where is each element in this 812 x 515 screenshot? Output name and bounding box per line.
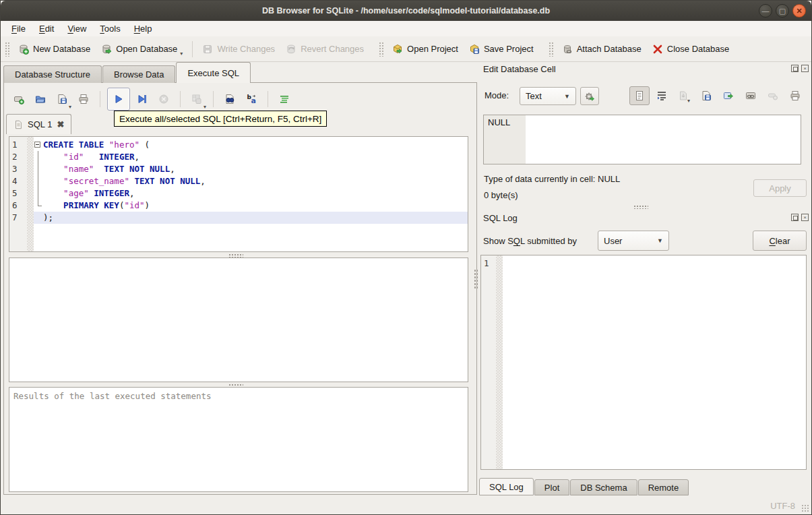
line-number: 5 — [9, 187, 27, 200]
close-sql1-tab-icon[interactable]: ✖ — [57, 120, 64, 129]
menu-edit[interactable]: Edit — [32, 22, 61, 36]
open-project-button[interactable]: Open Project — [387, 40, 464, 58]
export-data-button[interactable] — [696, 86, 716, 105]
toolbar-drag-handle[interactable] — [5, 42, 10, 57]
code-line[interactable]: 1CREATE TABLE "hero" ( — [9, 139, 468, 151]
toolbar-drag-handle[interactable] — [549, 42, 554, 57]
dock-tab-remote[interactable]: Remote — [638, 479, 689, 495]
maximize-button[interactable]: ▢ — [776, 4, 789, 18]
fold-marker[interactable] — [34, 139, 43, 151]
export-icon — [723, 90, 734, 101]
tab-database-structure[interactable]: Database Structure — [3, 65, 102, 83]
code-line[interactable]: 3 "name" TEXT NOT NULL, — [9, 163, 468, 175]
find-replace-button[interactable]: b a — [242, 90, 261, 109]
auto-apply-button[interactable] — [580, 87, 599, 105]
tab-execute-sql[interactable]: Execute SQL — [176, 62, 251, 83]
cell-size-info: 0 byte(s) — [484, 190, 518, 200]
sql-log-filter-label: Show SQL submitted by — [483, 236, 577, 246]
save-project-button[interactable]: Save Project — [464, 40, 539, 58]
encoding-indicator: UTF-8 — [770, 501, 795, 511]
code-line[interactable]: 5 "age" INTEGER, — [9, 187, 468, 200]
sql-log-filter-combobox[interactable]: User ▼ — [598, 231, 669, 251]
find-button[interactable] — [220, 90, 239, 109]
menu-bar: File Edit View Tools Help — [1, 21, 811, 37]
window-title: DB Browser for SQLite - /home/user/code/… — [262, 6, 550, 16]
sql-log-view[interactable]: 1 — [480, 255, 807, 470]
float-dock-icon[interactable] — [791, 65, 799, 72]
auto-format-button[interactable] — [275, 90, 294, 109]
save-sql-file-button[interactable]: ▾ — [53, 90, 71, 109]
close-database-button[interactable]: Close Database — [647, 40, 735, 58]
open-in-external-button[interactable] — [718, 86, 739, 105]
set-null-icon — [768, 90, 778, 101]
save-project-label: Save Project — [484, 44, 534, 54]
clear-log-button[interactable]: Clear — [753, 231, 807, 251]
open-database-button[interactable]: Open Database ▾ — [96, 40, 188, 58]
query-message-pane[interactable] — [9, 258, 468, 382]
sql-log-dock-title: SQL Log — [483, 213, 518, 223]
dock-tab-sql-log[interactable]: SQL Log — [479, 478, 534, 495]
link-icon — [745, 90, 756, 101]
sql-editor-lines: 1CREATE TABLE "hero" (2 "id" INTEGER,3 "… — [9, 139, 468, 224]
mode-label: Mode: — [485, 90, 509, 100]
edit-cell-dock-title: Edit Database Cell — [483, 64, 556, 74]
sql-toolbar: ▾ — [9, 88, 294, 111]
window-controls: — ▢ ✕ — [759, 4, 806, 18]
cell-value-editor[interactable]: NULL — [483, 115, 801, 164]
close-button[interactable]: ✕ — [792, 4, 806, 18]
open-project-icon — [392, 44, 403, 55]
attach-database-button[interactable]: Attach Database — [557, 40, 647, 58]
resize-grip[interactable] — [801, 504, 809, 512]
mode-combobox[interactable]: Text ▼ — [520, 87, 576, 105]
toolbar-drag-handle[interactable] — [379, 42, 384, 57]
sql-editor[interactable]: 1CREATE TABLE "hero" (2 "id" INTEGER,3 "… — [9, 136, 468, 252]
close-dock-icon[interactable]: × — [801, 214, 809, 221]
sql1-tab[interactable]: SQL 1 ✖ — [6, 114, 71, 134]
code-line[interactable]: 7); — [9, 212, 468, 224]
dock-tab-plot[interactable]: Plot — [534, 479, 569, 495]
print-sql-button[interactable] — [74, 90, 93, 109]
save-sql-dropdown-arrow[interactable]: ▾ — [69, 104, 71, 110]
close-dock-icon[interactable]: × — [801, 65, 809, 72]
results-pane[interactable]: Results of the last executed statements — [9, 387, 468, 492]
menu-help[interactable]: Help — [127, 22, 159, 36]
code-line[interactable]: 2 "id" INTEGER, — [9, 151, 468, 163]
print-icon — [78, 94, 89, 104]
chevron-down-icon: ▼ — [657, 237, 663, 244]
code-line[interactable]: 6 PRIMARY KEY("id") — [9, 200, 468, 212]
find-icon — [224, 94, 235, 104]
panel-splitter-handle[interactable] — [474, 269, 478, 289]
text-view-button[interactable] — [629, 86, 650, 105]
cell-type-info: Type of data currently in cell: NULL — [484, 174, 620, 184]
copy-link-button[interactable] — [741, 86, 761, 105]
open-database-dropdown-arrow[interactable]: ▾ — [180, 51, 183, 57]
line-number: 7 — [9, 212, 27, 224]
menu-view[interactable]: View — [61, 22, 93, 36]
float-dock-icon[interactable] — [791, 214, 799, 221]
title-bar[interactable]: DB Browser for SQLite - /home/user/code/… — [1, 1, 811, 21]
dock-splitter-handle[interactable] — [633, 205, 648, 209]
menu-tools[interactable]: Tools — [93, 22, 127, 36]
new-database-button[interactable]: New Database — [13, 40, 96, 58]
open-sql-file-button[interactable] — [31, 90, 50, 109]
print-cell-button[interactable] — [785, 86, 805, 105]
execute-current-line-button[interactable] — [133, 90, 152, 109]
dock-tab-db-schema[interactable]: DB Schema — [570, 479, 637, 495]
new-sql-tab-button[interactable] — [9, 90, 28, 109]
write-changes-label: Write Changes — [217, 44, 275, 54]
execute-sql-button[interactable] — [107, 88, 130, 111]
fold-marker — [34, 151, 43, 163]
log-fold-margin — [496, 255, 503, 469]
stop-execution-button — [154, 90, 173, 109]
menu-file[interactable]: File — [5, 22, 32, 36]
line-number: 1 — [9, 139, 27, 151]
save-project-icon — [469, 44, 480, 55]
code-line[interactable]: 4 "secret_name" TEXT NOT NULL, — [9, 175, 468, 187]
import-data-button: ▾ — [674, 86, 694, 105]
new-database-icon — [18, 44, 29, 55]
word-wrap-button[interactable] — [652, 86, 672, 105]
tab-browse-data[interactable]: Browse Data — [102, 65, 175, 83]
sql-document-icon — [13, 120, 23, 129]
minimize-button[interactable]: — — [759, 4, 772, 18]
sql-log-filter-value: User — [604, 236, 622, 246]
